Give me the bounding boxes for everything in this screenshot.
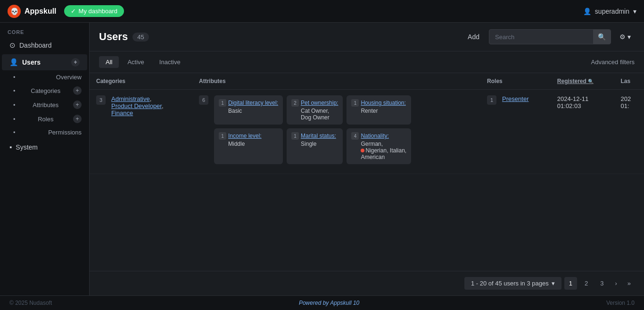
sidebar-section-label: CORE — [0, 23, 89, 37]
main-content: Users 45 Add 🔍 ⚙ ▾ All Active Inactive — [90, 23, 644, 295]
last-date: 202 — [620, 95, 637, 102]
roles-add-button[interactable]: + — [73, 115, 82, 123]
app-body: CORE ⊙ Dashboard 👤 Users + Overview Cate… — [0, 23, 644, 295]
role-presenter[interactable]: Presenter — [502, 95, 528, 102]
col-registered[interactable]: Registered 🔍 — [551, 73, 614, 90]
attr-label-income[interactable]: Income level: — [228, 133, 262, 139]
attr-value-housing: Renter — [351, 108, 406, 114]
attr-value-pet: Cat Owner,Dog Owner — [291, 108, 338, 121]
cell-last: 202 01: — [614, 90, 644, 174]
page-last-button[interactable]: » — [624, 277, 635, 290]
category-product-developer[interactable]: Product Developer — [111, 102, 162, 109]
sidebar-item-users[interactable]: 👤 Users + — [2, 54, 87, 70]
pagination-bar: 1 - 20 of 45 users in 3 pages ▾ 1 2 3 › … — [90, 271, 644, 295]
cell-categories: 3 Administrative, Product Developer, — [90, 90, 192, 174]
sidebar-attributes-label: Attributes — [33, 101, 58, 109]
navbar-left: 💀 Appskull ✓ My dashboard — [8, 5, 124, 18]
col-roles: Roles — [480, 73, 551, 90]
page-title-area: Users 45 — [99, 31, 149, 43]
page-next-button[interactable]: › — [611, 277, 620, 290]
navbar: 💀 Appskull ✓ My dashboard 👤 superadmin ▾ — [0, 0, 644, 23]
users-add-button[interactable]: + — [71, 58, 80, 67]
sidebar-item-dashboard[interactable]: ⊙ Dashboard — [2, 37, 87, 53]
settings-chevron-icon: ▾ — [627, 33, 631, 41]
sidebar-categories-label: Categories — [31, 87, 60, 94]
tab-active[interactable]: Active — [121, 56, 150, 68]
user-icon: 👤 — [583, 8, 591, 15]
page-2-button[interactable]: 2 — [580, 277, 593, 290]
cell-roles: 1 Presenter — [480, 90, 551, 174]
page-1-button[interactable]: 1 — [564, 277, 577, 290]
sidebar-item-permissions[interactable]: Permissions — [0, 126, 89, 139]
sidebar-item-roles[interactable]: Roles + — [0, 112, 89, 126]
settings-button[interactable]: ⚙ ▾ — [616, 30, 635, 43]
attr-label-nationality[interactable]: Nationality: — [361, 133, 388, 139]
category-administrative[interactable]: Administrative — [111, 95, 150, 102]
attr-value-marital: Single — [291, 141, 338, 147]
categories-add-button[interactable]: + — [73, 86, 82, 95]
cell-registered: 2024-12-11 01:02:03 — [551, 90, 614, 174]
powered-by-label: Powered by — [299, 300, 329, 306]
header-actions: Add 🔍 ⚙ ▾ — [463, 29, 635, 44]
sidebar-item-overview[interactable]: Overview — [0, 71, 89, 84]
user-menu[interactable]: 👤 superadmin ▾ — [583, 8, 636, 15]
page-info-button[interactable]: 1 - 20 of 45 users in 3 pages ▾ — [464, 277, 561, 290]
attr-card-income: 1 Income level: Middle — [214, 128, 283, 164]
table-container: Categories Attributes Roles Registered 🔍… — [90, 73, 644, 271]
users-table: Categories Attributes Roles Registered 🔍… — [90, 73, 644, 174]
sidebar-permissions-label: Permissions — [48, 129, 82, 136]
attr-value-income: Middle — [219, 141, 278, 147]
dashboard-check-icon: ✓ — [71, 8, 76, 15]
gear-icon: ⚙ — [619, 33, 626, 41]
logo-icon: 💀 — [8, 5, 21, 18]
chevron-down-icon: ▾ — [633, 8, 636, 15]
my-dashboard-button[interactable]: ✓ My dashboard — [64, 5, 124, 17]
copyright: © 2025 Nudasoft — [9, 300, 52, 306]
page-count-badge: 45 — [132, 33, 149, 42]
version: Version 1.0 — [606, 300, 635, 306]
attr-label-digital[interactable]: Digital literacy level: — [228, 100, 278, 106]
sidebar-overview-label: Overview — [56, 74, 82, 81]
attr-label-housing[interactable]: Housing situation: — [361, 100, 405, 106]
attr-label-marital[interactable]: Marital status: — [301, 133, 336, 139]
add-button[interactable]: Add — [463, 30, 484, 43]
search-button[interactable]: 🔍 — [593, 30, 611, 44]
users-icon: 👤 — [9, 58, 18, 67]
cell-attributes: 6 1 Digital literacy level: Basic — [192, 90, 480, 174]
registered-time: 01:02:03 — [557, 102, 608, 109]
table-row: 3 Administrative, Product Developer, — [90, 90, 644, 174]
col-categories: Categories — [90, 73, 192, 90]
app-logo: 💀 Appskull — [8, 5, 57, 18]
attributes-add-button[interactable]: + — [73, 101, 82, 109]
attr-card-nationality: 4 Nationality: German, Nigerian, Italian… — [347, 128, 411, 164]
tab-inactive[interactable]: Inactive — [153, 56, 187, 68]
search-box: 🔍 — [489, 29, 611, 44]
category-finance[interactable]: Finance — [111, 109, 133, 117]
sidebar-item-attributes[interactable]: Attributes + — [0, 98, 89, 112]
tab-all[interactable]: All — [99, 56, 119, 68]
powered-by: Powered by Appskull 10 — [299, 300, 359, 306]
search-input[interactable] — [489, 30, 593, 44]
page-3-button[interactable]: 3 — [595, 277, 608, 290]
sidebar-dashboard-label: Dashboard — [19, 42, 52, 49]
sidebar: CORE ⊙ Dashboard 👤 Users + Overview Cate… — [0, 23, 90, 295]
sidebar-roles-label: Roles — [38, 116, 53, 123]
app-name-link: Appskull 10 — [330, 300, 359, 306]
sidebar-item-categories[interactable]: Categories + — [0, 84, 89, 98]
attributes-count: 6 — [199, 95, 208, 105]
categories-count: 3 — [96, 95, 106, 105]
sidebar-system-label: System — [16, 143, 38, 151]
app-name: Appskull — [25, 7, 57, 16]
username: superadmin — [595, 8, 629, 15]
tab-group: All Active Inactive — [99, 56, 187, 68]
sidebar-users-label: Users — [22, 59, 41, 66]
dot-red-icon — [361, 149, 364, 152]
advanced-filters-button[interactable]: Advanced filters — [591, 59, 635, 66]
attr-card-marital: 1 Marital status: Single — [287, 128, 343, 164]
filter-tabs: All Active Inactive Advanced filters — [90, 51, 644, 73]
attr-label-pet[interactable]: Pet ownership: — [301, 100, 338, 106]
sidebar-item-system[interactable]: ▪ System — [2, 139, 87, 155]
attr-card-pet-ownership: 2 Pet ownership: Cat Owner,Dog Owner — [287, 95, 343, 125]
roles-list: Presenter — [502, 95, 528, 102]
registered-date: 2024-12-11 — [557, 95, 608, 102]
